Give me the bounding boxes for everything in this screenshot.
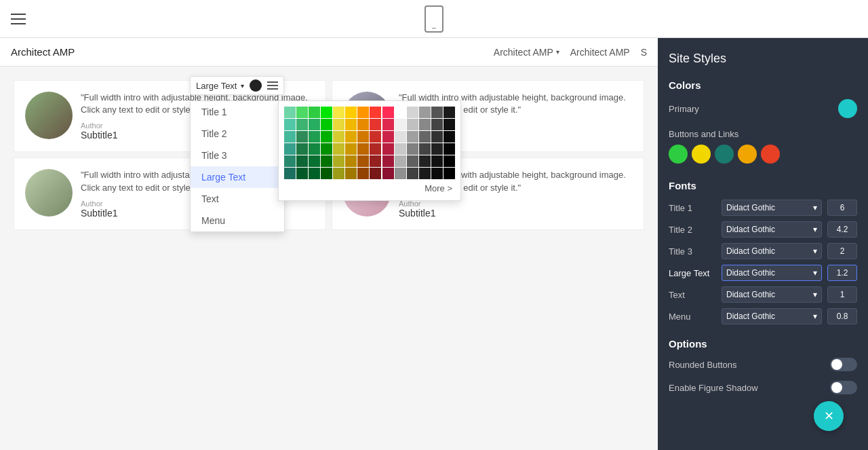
color-cell[interactable]: [443, 143, 455, 155]
color-cell[interactable]: [407, 168, 418, 179]
color-cell[interactable]: [345, 131, 357, 143]
font-size-input[interactable]: [827, 308, 857, 324]
color-cell[interactable]: [284, 131, 296, 143]
color-cell[interactable]: [333, 119, 344, 130]
color-cell[interactable]: [431, 143, 443, 155]
color-cell[interactable]: [309, 107, 320, 118]
color-cell[interactable]: [284, 168, 296, 179]
color-cell[interactable]: [370, 155, 381, 167]
mobile-frame-icon[interactable]: [425, 5, 443, 33]
color-cell[interactable]: [333, 168, 344, 179]
color-cell[interactable]: [443, 168, 455, 179]
color-cell[interactable]: [370, 143, 381, 155]
color-cell[interactable]: [284, 119, 296, 130]
color-cell[interactable]: [370, 107, 381, 118]
font-size-input[interactable]: [827, 200, 857, 216]
color-cell[interactable]: [309, 143, 320, 155]
menu-item-title1[interactable]: Title 1: [191, 101, 284, 123]
nav-link-2[interactable]: Architect AMP: [570, 47, 630, 58]
color-cell[interactable]: [296, 143, 308, 155]
color-cell[interactable]: [407, 107, 418, 118]
color-cell[interactable]: [419, 119, 431, 130]
color-cell[interactable]: [382, 107, 394, 118]
color-cell[interactable]: [284, 107, 296, 118]
color-cell[interactable]: [431, 168, 443, 179]
color-cell[interactable]: [370, 119, 381, 130]
color-cell[interactable]: [321, 131, 332, 143]
color-cell[interactable]: [443, 119, 455, 130]
color-cell[interactable]: [419, 155, 431, 167]
color-cell[interactable]: [419, 143, 431, 155]
menu-item-large-text[interactable]: Large Text: [191, 166, 284, 188]
nav-link-3[interactable]: S: [641, 47, 647, 58]
font-size-input[interactable]: [827, 286, 857, 303]
color-cell[interactable]: [395, 168, 406, 179]
color-cell[interactable]: [419, 107, 431, 118]
color-cell[interactable]: [443, 107, 455, 118]
swatch-teal[interactable]: [715, 145, 734, 164]
color-cell[interactable]: [321, 107, 332, 118]
menu-item-title3[interactable]: Title 3: [191, 145, 284, 166]
color-cell[interactable]: [431, 155, 443, 167]
color-cell[interactable]: [407, 131, 418, 143]
color-cell[interactable]: [370, 168, 381, 179]
color-cell[interactable]: [345, 107, 357, 118]
color-cell[interactable]: [357, 143, 369, 155]
color-cell[interactable]: [345, 143, 357, 155]
color-cell[interactable]: [382, 131, 394, 143]
color-cell[interactable]: [382, 168, 394, 179]
primary-color-swatch[interactable]: [838, 99, 857, 118]
color-cell[interactable]: [443, 131, 455, 143]
font-family-select[interactable]: Didact Gothic ▾: [722, 265, 822, 281]
font-family-select[interactable]: Didact Gothic ▾: [722, 308, 822, 324]
color-cell[interactable]: [321, 168, 332, 179]
color-cell[interactable]: [284, 155, 296, 167]
color-cell[interactable]: [395, 143, 406, 155]
color-cell[interactable]: [395, 131, 406, 143]
color-cell[interactable]: [382, 143, 394, 155]
color-cell[interactable]: [419, 168, 431, 179]
color-cell[interactable]: [443, 155, 455, 167]
font-family-select[interactable]: Didact Gothic ▾: [722, 286, 822, 303]
font-size-input[interactable]: [827, 243, 857, 259]
color-cell[interactable]: [345, 119, 357, 130]
color-cell[interactable]: [357, 168, 369, 179]
nav-link-1[interactable]: Architect AMP ▾: [494, 47, 559, 58]
toggle-1[interactable]: [830, 381, 857, 394]
color-cell[interactable]: [357, 131, 369, 143]
color-cell[interactable]: [309, 131, 320, 143]
color-cell[interactable]: [333, 107, 344, 118]
color-cell[interactable]: [431, 107, 443, 118]
color-cell[interactable]: [357, 107, 369, 118]
text-style-dropdown[interactable]: Large Text ▾: [196, 81, 244, 91]
color-cell[interactable]: [296, 107, 308, 118]
color-cell[interactable]: [382, 155, 394, 167]
color-cell[interactable]: [309, 119, 320, 130]
font-family-select[interactable]: Didact Gothic ▾: [722, 243, 822, 259]
toggle-0[interactable]: [830, 358, 857, 371]
color-cell[interactable]: [345, 155, 357, 167]
font-size-input[interactable]: [827, 265, 857, 281]
menu-item-title2[interactable]: Title 2: [191, 123, 284, 145]
color-cell[interactable]: [382, 119, 394, 130]
color-cell[interactable]: [296, 168, 308, 179]
font-family-select[interactable]: Didact Gothic ▾: [722, 221, 822, 238]
color-cell[interactable]: [395, 155, 406, 167]
color-cell[interactable]: [431, 131, 443, 143]
font-family-select[interactable]: Didact Gothic ▾: [722, 200, 822, 216]
color-cell[interactable]: [333, 143, 344, 155]
color-cell[interactable]: [357, 155, 369, 167]
color-cell[interactable]: [321, 155, 332, 167]
color-cell[interactable]: [407, 119, 418, 130]
color-cell[interactable]: [309, 168, 320, 179]
menu-item-menu[interactable]: Menu: [191, 210, 284, 231]
color-cell[interactable]: [407, 143, 418, 155]
color-cell[interactable]: [321, 143, 332, 155]
color-cell[interactable]: [345, 168, 357, 179]
close-button[interactable]: ✕: [814, 401, 844, 431]
color-cell[interactable]: [321, 119, 332, 130]
color-cell[interactable]: [333, 155, 344, 167]
swatch-red[interactable]: [761, 145, 780, 164]
swatch-orange[interactable]: [738, 145, 757, 164]
color-cell[interactable]: [296, 131, 308, 143]
